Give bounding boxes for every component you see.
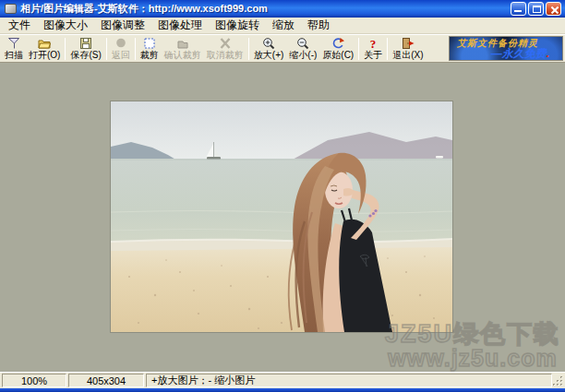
about-button[interactable]: ? 关于 (361, 35, 385, 62)
status-bar: 100% 405x304 +放大图片；- 缩小图片 (0, 372, 565, 388)
menu-image-rotate[interactable]: 图像旋转 (209, 17, 266, 34)
ad-banner-line2: —永久免费. (450, 48, 562, 60)
minimize-icon (514, 10, 522, 12)
maximize-button[interactable] (528, 2, 544, 16)
save-button[interactable]: 保存(S) (67, 35, 103, 62)
toolbar-separator (358, 38, 359, 60)
status-image-size: 405x304 (68, 374, 144, 387)
close-button[interactable] (546, 2, 561, 16)
original-size-icon (331, 37, 345, 50)
photo-boat-right (436, 156, 443, 159)
menu-zoom[interactable]: 缩放 (266, 17, 301, 34)
menu-image-size[interactable]: 图像大小 (37, 17, 94, 34)
menu-image-adjust[interactable]: 图像调整 (94, 17, 151, 34)
toolbar-separator (65, 38, 66, 60)
toolbar-separator (135, 38, 136, 60)
editor-canvas: JZ5U绿色下载 www.jz5u.com (0, 63, 565, 372)
status-hint: +放大图片；- 缩小图片 (146, 374, 552, 387)
titlebar[interactable]: 相片/图片编辑器-艾斯软件：http://www.xsoft999.com (0, 0, 565, 18)
save-icon (78, 37, 93, 50)
watermark-line2: www.jz5u.com (385, 347, 560, 370)
back-icon (114, 37, 128, 50)
menu-bar: 文件 图像大小 图像调整 图像处理 图像旋转 缩放 帮助 (0, 18, 565, 34)
menu-file[interactable]: 文件 (2, 17, 37, 34)
confirm-crop-icon (175, 37, 190, 50)
photo-sea (111, 159, 452, 247)
crop-button[interactable]: 裁剪 (138, 35, 162, 62)
zoom-out-button[interactable]: 缩小(-) (286, 35, 319, 62)
zoom-in-icon (261, 37, 276, 50)
menu-image-process[interactable]: 图像处理 (151, 17, 209, 34)
resize-grip[interactable] (552, 375, 564, 387)
crop-icon (142, 37, 157, 50)
cancel-crop-button[interactable]: 取消裁剪 (204, 35, 246, 62)
svg-text:?: ? (370, 37, 377, 50)
open-button[interactable]: 打开(O) (26, 35, 63, 62)
window-bottom-border (0, 388, 565, 392)
scan-button[interactable]: 扫描 (2, 35, 26, 62)
app-window: 相片/图片编辑器-艾斯软件：http://www.xsoft999.com 文件… (0, 0, 565, 392)
app-icon (5, 4, 17, 14)
confirm-crop-button[interactable]: 确认裁剪 (162, 35, 204, 62)
menu-help[interactable]: 帮助 (301, 17, 336, 34)
minimize-button[interactable] (511, 2, 526, 16)
toolbar-separator (106, 38, 107, 60)
open-folder-icon (37, 37, 52, 50)
ad-banner[interactable]: 艾斯文件备份精灵 —永久免费. (449, 36, 563, 61)
scanner-icon (6, 37, 21, 50)
toolbar-separator (248, 38, 249, 60)
exit-icon (401, 37, 415, 50)
original-size-button[interactable]: 原始(C) (319, 35, 356, 62)
cancel-crop-icon (218, 37, 233, 50)
about-icon: ? (366, 37, 380, 50)
maximize-icon (533, 6, 541, 13)
exit-button[interactable]: 退出(X) (390, 35, 426, 62)
window-controls (511, 2, 561, 16)
photo-sand (111, 247, 452, 332)
toolbar-separator (387, 38, 388, 60)
zoom-in-button[interactable]: 放大(+) (251, 35, 287, 62)
photo[interactable] (111, 101, 452, 332)
status-zoom-level: 100% (2, 374, 66, 387)
window-title: 相片/图片编辑器-艾斯软件：http://www.xsoft999.com (20, 2, 268, 16)
toolbar: 扫描 打开(O) 保存(S) 返回 裁剪 确认裁剪 取消裁剪 (0, 34, 565, 63)
zoom-out-icon (295, 37, 310, 50)
back-button[interactable]: 返回 (109, 35, 133, 62)
